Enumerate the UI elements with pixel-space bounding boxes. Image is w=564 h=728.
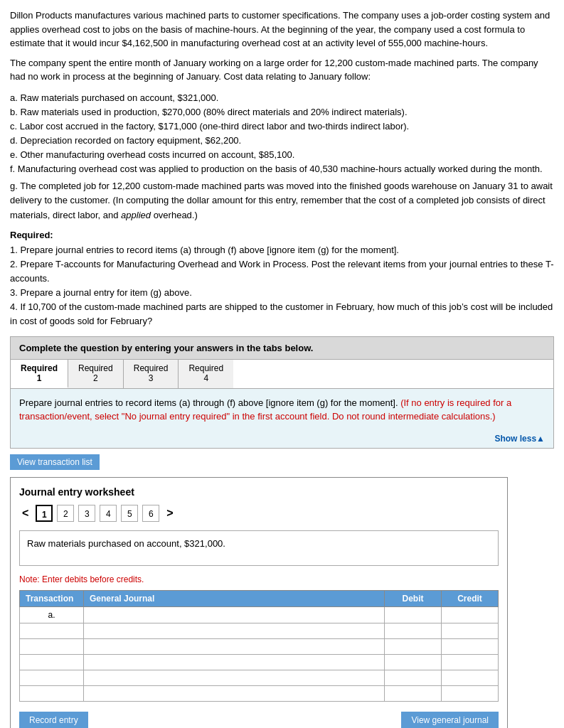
debit-cell-5[interactable] xyxy=(385,670,442,685)
general-journal-cell-1[interactable] xyxy=(84,606,385,623)
col-header-debit: Debit xyxy=(385,590,442,606)
tab-required-3[interactable]: Required3 xyxy=(124,360,179,388)
worksheet-description: Raw materials purchased on account, $321… xyxy=(19,530,499,566)
transaction-cell-2 xyxy=(20,623,84,638)
nav-num-4[interactable]: 4 xyxy=(100,505,117,522)
nav-num-6[interactable]: 6 xyxy=(142,505,159,522)
table-row xyxy=(20,685,499,701)
credit-cell-2[interactable] xyxy=(442,623,499,638)
record-entry-button[interactable]: Record entry xyxy=(19,712,88,728)
list-item-f: f. Manufacturing overhead cost was appli… xyxy=(10,162,554,176)
required-title: Required: xyxy=(10,230,554,240)
nav-num-3[interactable]: 3 xyxy=(78,505,95,522)
transaction-cell-6 xyxy=(20,685,84,701)
bottom-buttons-row1: Record entry View general journal xyxy=(19,712,499,728)
problem-intro: Dillon Products manufactures various mac… xyxy=(10,9,554,84)
table-row xyxy=(20,638,499,654)
show-less-button[interactable]: Show less▲ xyxy=(11,431,553,448)
tabs-row: Required1 Required2 Required3 Required4 xyxy=(11,360,553,389)
list-item-b: b. Raw materials used in production, $27… xyxy=(10,105,554,119)
list-item-d: d. Depreciation recorded on factory equi… xyxy=(10,134,554,148)
table-row: a. xyxy=(20,606,499,623)
view-transaction-button[interactable]: View transaction list xyxy=(10,454,100,470)
nav-prev-button[interactable]: < xyxy=(19,507,31,520)
list-item-a: a. Raw materials purchased on account, $… xyxy=(10,91,554,105)
complete-box-text: Complete the question by entering your a… xyxy=(19,343,313,353)
required-item-4: 4. If 10,700 of the custom-made machined… xyxy=(10,300,554,328)
list-item-c: c. Labor cost accrued in the factory, $1… xyxy=(10,119,554,134)
tab-instruction: Prepare journal entries to record items … xyxy=(19,397,398,408)
table-row xyxy=(20,623,499,638)
table-row xyxy=(20,654,499,670)
debit-cell-3[interactable] xyxy=(385,638,442,654)
tab-required-4[interactable]: Required4 xyxy=(179,360,233,388)
required-item-1: 1. Prepare journal entries to record ite… xyxy=(10,243,554,257)
nav-num-1[interactable]: 1 xyxy=(36,505,53,522)
general-journal-cell-2[interactable] xyxy=(84,623,385,638)
transaction-cell-3 xyxy=(20,638,84,654)
transaction-cell-5 xyxy=(20,670,84,685)
required-item-2: 2. Prepare T-accounts for Manufacturing … xyxy=(10,257,554,286)
debit-cell-6[interactable] xyxy=(385,685,442,701)
list-item-e: e. Other manufacturing overhead costs in… xyxy=(10,148,554,162)
nav-next-button[interactable]: > xyxy=(164,507,176,520)
general-journal-cell-4[interactable] xyxy=(84,654,385,670)
worksheet-title: Journal entry worksheet xyxy=(19,486,499,498)
view-transaction-container: View transaction list xyxy=(10,449,554,477)
transaction-cell-1: a. xyxy=(20,606,84,623)
required-section: Required: 1. Prepare journal entries to … xyxy=(10,230,554,329)
tabs-area: Required1 Required2 Required3 Required4 … xyxy=(10,360,554,449)
tab-required-2[interactable]: Required2 xyxy=(68,360,124,388)
general-journal-cell-6[interactable] xyxy=(84,685,385,701)
credit-cell-1[interactable] xyxy=(442,606,499,623)
credit-cell-6[interactable] xyxy=(442,685,499,701)
tab-required-1[interactable]: Required1 xyxy=(11,360,68,388)
credit-cell-3[interactable] xyxy=(442,638,499,654)
credit-cell-5[interactable] xyxy=(442,670,499,685)
debit-cell-4[interactable] xyxy=(385,654,442,670)
col-header-transaction: Transaction xyxy=(20,590,84,606)
table-row xyxy=(20,670,499,685)
debit-cell-1[interactable] xyxy=(385,606,442,623)
general-journal-cell-5[interactable] xyxy=(84,670,385,685)
journal-table: Transaction General Journal Debit Credit… xyxy=(19,590,499,702)
credit-cell-4[interactable] xyxy=(442,654,499,670)
note-text: Note: Enter debits before credits. xyxy=(19,574,499,584)
transaction-cell-4 xyxy=(20,654,84,670)
general-journal-cell-3[interactable] xyxy=(84,638,385,654)
tab-content-area: Prepare journal entries to record items … xyxy=(11,389,553,431)
nav-num-2[interactable]: 2 xyxy=(57,505,74,522)
debit-cell-2[interactable] xyxy=(385,623,442,638)
cost-data-list: a. Raw materials purchased on account, $… xyxy=(10,91,554,223)
complete-box: Complete the question by entering your a… xyxy=(10,336,554,360)
required-item-3: 3. Prepare a journal entry for item (g) … xyxy=(10,286,554,300)
intro-para-1: Dillon Products manufactures various mac… xyxy=(10,9,554,50)
col-header-general-journal: General Journal xyxy=(84,590,385,606)
col-header-credit: Credit xyxy=(442,590,499,606)
list-item-g: g. The completed job for 12,200 custom-m… xyxy=(10,179,554,222)
intro-para-2: The company spent the entire month of Ja… xyxy=(10,56,554,84)
view-general-journal-button[interactable]: View general journal xyxy=(401,712,499,728)
nav-num-5[interactable]: 5 xyxy=(121,505,138,522)
journal-worksheet: Journal entry worksheet < 1 2 3 4 5 6 > … xyxy=(10,477,508,728)
worksheet-nav: < 1 2 3 4 5 6 > xyxy=(19,505,499,522)
